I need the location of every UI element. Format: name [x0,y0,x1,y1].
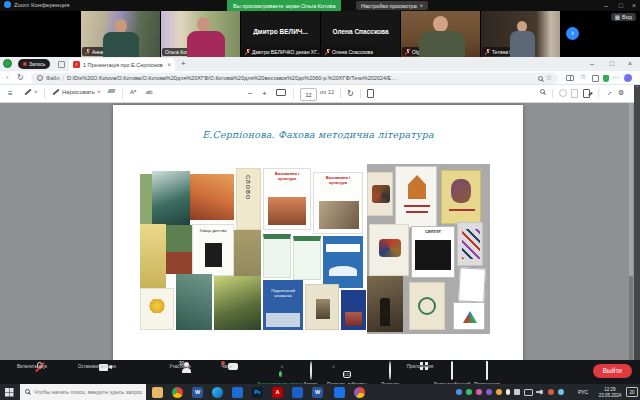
paint-app-icon[interactable] [354,387,365,398]
tray-icon[interactable] [548,389,554,395]
read-aloud-button[interactable]: Aᵃ [130,89,136,95]
participant-tile[interactable]: Olga [401,11,480,57]
favorites-bar-icon[interactable]: ☆ [580,73,586,81]
acrobat-icon[interactable]: A [272,387,283,398]
refresh-icon[interactable]: ↻ [17,73,24,82]
muted-mic-icon [245,48,250,55]
participant-name: Анна Мозенко [92,49,125,55]
side-rail[interactable]: ˆ [634,85,640,370]
zoom-in-button[interactable]: + [262,89,267,98]
word-icon[interactable]: W [312,387,323,398]
circle-icon [559,89,567,97]
rotate-icon[interactable]: ↻ [347,89,354,98]
eraser-icon[interactable] [108,89,115,93]
text-select-button[interactable]: ab [146,89,153,95]
address-field[interactable]: i Файл | D:/Dis%20O.Kotova/О.Котова/О.Ко… [31,73,558,84]
copilot-icon[interactable] [624,74,632,82]
pdf-settings-gear-icon[interactable]: ⚙ [618,89,624,97]
page-view-icon[interactable] [367,89,374,98]
app-title-group: Zoom Конференция [4,1,69,8]
cover-image [319,201,359,229]
browser-minimize-button[interactable]: – [590,58,594,69]
browser-maximize-button[interactable]: □ [610,58,614,69]
fit-page-icon[interactable] [276,89,286,96]
save-as-icon[interactable] [583,89,593,98]
taskbar-clock[interactable]: 12:29 23.05.2024 [596,387,625,398]
taskbar-search-input[interactable] [20,384,146,400]
save-icon[interactable] [571,89,578,98]
stop-video-button[interactable]: ˅ Остановить видео [66,362,128,369]
chat-button[interactable]: ˅ Чат [212,362,238,369]
collapse-caret-icon[interactable]: ˆ [636,85,638,91]
grid-icon: ▦ [615,14,620,20]
pdf-viewport[interactable]: Е.Серпіонова. Фахова методична літератур… [0,103,634,370]
cover-image [268,197,306,225]
outlook-icon[interactable] [292,387,303,398]
tray-icon[interactable] [486,389,492,395]
next-participants-button[interactable]: › [566,27,579,40]
photoshop-icon[interactable]: Ps [252,387,263,398]
file-explorer-icon[interactable] [152,387,163,398]
start-button[interactable] [5,388,13,396]
leave-meeting-button[interactable]: Выйти [593,364,632,378]
participant-tile[interactable]: Дмитро ВЕЛИЧ... Дмитро ВЕЛИЧКО декан ХГ.… [241,11,320,57]
zoom-page-icon[interactable] [538,76,543,81]
cover-title: СИЛУЭТ [417,229,450,234]
clock-date: 23.05.2024 [596,392,625,397]
edge-icon[interactable] [212,387,223,398]
back-icon[interactable]: ‹ [6,73,9,82]
window-close-button[interactable]: × [632,0,636,11]
browser-menu-icon[interactable]: … [612,72,619,79]
split-screen-icon[interactable] [566,75,574,81]
word-icon[interactable]: W [192,387,203,398]
highlight-pen-icon[interactable]: ˅ [24,89,38,95]
browser-close-button[interactable]: × [628,58,632,69]
scrollbar-thumb[interactable] [629,276,633,362]
tray-icon[interactable] [476,389,482,395]
view-layout-button[interactable]: ▦ Вид [611,13,636,21]
divider [44,89,45,98]
chevron-up-icon[interactable]: ˅ [332,364,335,370]
search-document-icon[interactable] [540,89,545,94]
tray-icon[interactable] [466,389,472,395]
window-maximize-button[interactable]: □ [619,0,623,11]
tab-close-icon[interactable]: × [167,61,171,68]
browser-tab[interactable]: ≡ 1 Презентація про Е.Серпіонов… × [69,58,175,71]
zoom-out-button[interactable]: − [248,89,253,98]
tray-icon[interactable] [456,389,462,395]
fullscreen-icon[interactable]: ↔ [605,89,612,96]
participant-tile[interactable]: Тетяна Маслова [481,11,560,57]
draw-tool-button[interactable]: Нарисовать˅ [52,89,100,95]
tray-icon[interactable] [514,389,520,395]
notifications-button[interactable]: 20 [626,387,638,397]
language-indicator[interactable]: РУС [578,389,588,395]
wreath-art [418,297,436,315]
window-minimize-button[interactable]: – [604,0,608,11]
share-screen-icon: ↑˅ [279,362,282,379]
tab-search-icon[interactable] [58,61,65,68]
tray-display-icon[interactable] [524,389,533,396]
favorite-star-icon[interactable]: ☆ [546,74,552,82]
unmute-button[interactable]: ˅ Включить звук [6,362,58,369]
extensions-puzzle-icon[interactable] [592,75,599,82]
view-settings-button[interactable]: Настройки просмотра ˅ [356,1,428,10]
new-tab-button[interactable]: + [181,59,186,68]
tray-volume-icon[interactable] [536,389,543,395]
scrollbar-track[interactable] [629,103,633,370]
adblock-shield-icon[interactable] [603,75,609,82]
participant-tile[interactable]: Ольга Котова [161,11,240,57]
tray-icon[interactable] [496,389,502,395]
page-number-input[interactable] [300,88,317,101]
toc-icon[interactable]: ≡ [8,89,13,98]
chrome-icon[interactable] [172,387,183,398]
tray-icon[interactable] [558,389,564,395]
photos-icon[interactable] [232,387,243,398]
pen-app-icon[interactable] [334,387,345,398]
tray-mic-icon[interactable] [506,389,510,395]
chevron-up-icon[interactable]: ˅ [281,364,284,370]
participant-tile[interactable]: Анна Мозенко [81,11,160,57]
participant-tile[interactable]: Олена Спасскова Олена Спасскова [321,11,400,57]
file-info-icon[interactable]: i [37,75,43,81]
participants-button[interactable]: 30˅ Участники [158,362,202,369]
read-aloud-icon[interactable] [559,89,567,97]
